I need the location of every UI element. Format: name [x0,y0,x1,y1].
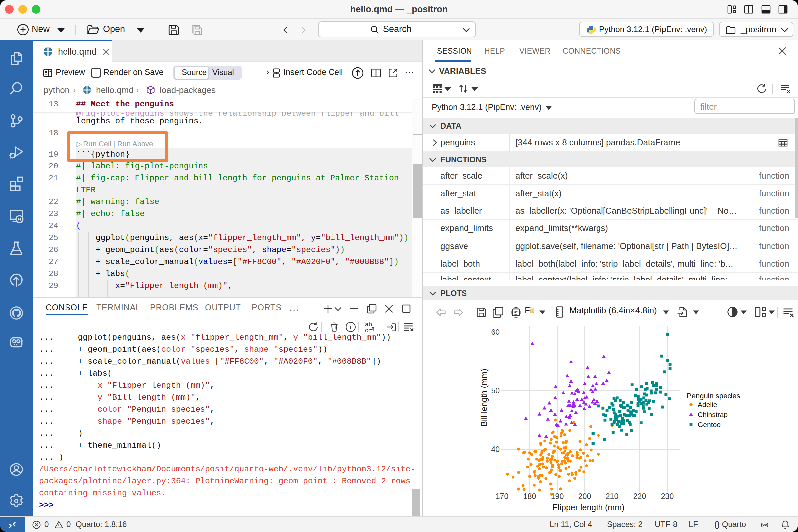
svg-text:Bill length (mm): Bill length (mm) [479,369,489,426]
svg-text:180: 180 [524,492,536,501]
svg-text:Chinstrap: Chinstrap [698,411,727,418]
svg-text:200: 200 [578,492,591,501]
svg-text:210: 210 [606,492,619,501]
svg-text:50: 50 [491,386,500,395]
svg-text:220: 220 [633,492,646,501]
svg-text:Gentoo: Gentoo [698,421,721,428]
svg-text:190: 190 [551,492,564,501]
svg-text:40: 40 [491,445,500,454]
svg-text:Flipper length (mm): Flipper length (mm) [553,503,625,512]
svg-text:170: 170 [496,492,508,501]
svg-text:Penguin species: Penguin species [687,392,740,400]
svg-text:60: 60 [491,328,500,337]
svg-text:Adelie: Adelie [698,401,717,408]
svg-text:230: 230 [661,492,673,501]
